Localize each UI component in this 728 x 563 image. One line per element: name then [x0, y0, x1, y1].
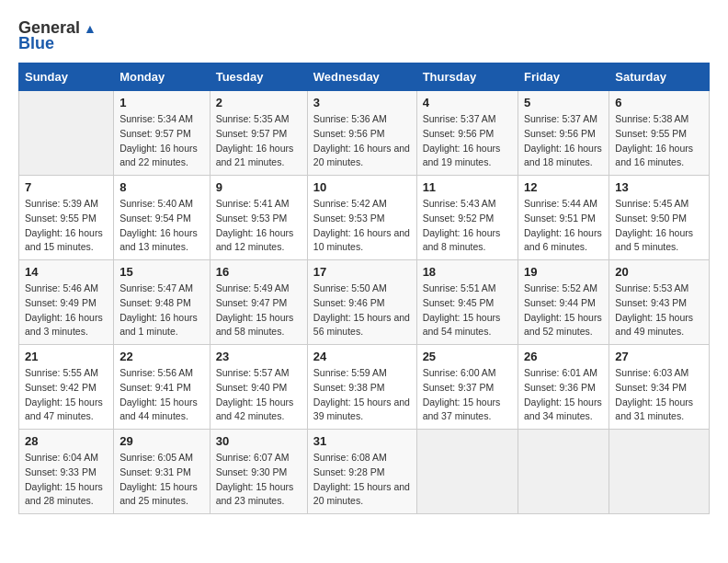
day-info: Sunrise: 5:47 AMSunset: 9:48 PMDaylight:… — [119, 282, 204, 339]
day-info: Sunrise: 5:35 AMSunset: 9:57 PMDaylight:… — [216, 112, 301, 170]
day-number: 19 — [524, 265, 603, 279]
day-number: 7 — [25, 180, 108, 194]
logo-icon: ▲ — [84, 21, 97, 36]
col-header-thursday: Thursday — [416, 63, 518, 91]
day-cell: 20Sunrise: 5:53 AMSunset: 9:43 PMDayligh… — [609, 260, 710, 345]
day-info: Sunrise: 5:37 AMSunset: 9:56 PMDaylight:… — [423, 112, 512, 170]
day-cell: 14Sunrise: 5:46 AMSunset: 9:49 PMDayligh… — [19, 260, 114, 345]
col-header-sunday: Sunday — [19, 63, 114, 91]
day-info: Sunrise: 5:46 AMSunset: 9:49 PMDaylight:… — [25, 282, 108, 339]
day-number: 27 — [615, 350, 703, 363]
day-info: Sunrise: 5:38 AMSunset: 9:55 PMDaylight:… — [615, 112, 703, 170]
day-cell: 22Sunrise: 5:56 AMSunset: 9:41 PMDayligh… — [114, 345, 210, 430]
header-row: SundayMondayTuesdayWednesdayThursdayFrid… — [19, 63, 710, 91]
week-row-3: 14Sunrise: 5:46 AMSunset: 9:49 PMDayligh… — [19, 260, 710, 345]
day-number: 28 — [25, 434, 108, 448]
day-cell: 8Sunrise: 5:40 AMSunset: 9:54 PMDaylight… — [114, 176, 210, 260]
day-info: Sunrise: 5:55 AMSunset: 9:42 PMDaylight:… — [25, 366, 108, 424]
day-cell — [609, 430, 710, 514]
day-info: Sunrise: 6:04 AMSunset: 9:33 PMDaylight:… — [25, 451, 108, 509]
week-row-4: 21Sunrise: 5:55 AMSunset: 9:42 PMDayligh… — [19, 345, 710, 430]
day-info: Sunrise: 5:49 AMSunset: 9:47 PMDaylight:… — [216, 282, 301, 339]
day-cell: 4Sunrise: 5:37 AMSunset: 9:56 PMDaylight… — [416, 91, 518, 176]
day-info: Sunrise: 5:53 AMSunset: 9:43 PMDaylight:… — [615, 282, 703, 339]
day-number: 12 — [524, 180, 603, 194]
day-cell: 1Sunrise: 5:34 AMSunset: 9:57 PMDaylight… — [114, 91, 210, 176]
day-cell: 18Sunrise: 5:51 AMSunset: 9:45 PMDayligh… — [416, 260, 518, 345]
day-info: Sunrise: 6:03 AMSunset: 9:34 PMDaylight:… — [615, 366, 703, 424]
day-number: 30 — [216, 434, 301, 448]
day-number: 20 — [615, 265, 703, 279]
day-info: Sunrise: 5:50 AMSunset: 9:46 PMDaylight:… — [313, 282, 411, 339]
day-number: 6 — [615, 96, 703, 109]
day-number: 29 — [119, 434, 204, 448]
day-cell: 27Sunrise: 6:03 AMSunset: 9:34 PMDayligh… — [609, 345, 710, 430]
day-number: 10 — [313, 180, 411, 194]
day-cell: 25Sunrise: 6:00 AMSunset: 9:37 PMDayligh… — [416, 345, 518, 430]
day-info: Sunrise: 5:52 AMSunset: 9:44 PMDaylight:… — [524, 282, 603, 339]
day-number: 8 — [119, 180, 204, 194]
day-info: Sunrise: 5:59 AMSunset: 9:38 PMDaylight:… — [313, 366, 411, 424]
day-cell: 31Sunrise: 6:08 AMSunset: 9:28 PMDayligh… — [307, 430, 416, 514]
day-info: Sunrise: 5:40 AMSunset: 9:54 PMDaylight:… — [119, 197, 204, 255]
week-row-1: 1Sunrise: 5:34 AMSunset: 9:57 PMDaylight… — [19, 91, 710, 176]
day-cell: 19Sunrise: 5:52 AMSunset: 9:44 PMDayligh… — [518, 260, 609, 345]
day-cell: 3Sunrise: 5:36 AMSunset: 9:56 PMDaylight… — [307, 91, 416, 176]
day-info: Sunrise: 5:39 AMSunset: 9:55 PMDaylight:… — [25, 197, 108, 255]
day-info: Sunrise: 5:45 AMSunset: 9:50 PMDaylight:… — [615, 197, 703, 255]
day-number: 4 — [423, 96, 512, 109]
day-info: Sunrise: 6:01 AMSunset: 9:36 PMDaylight:… — [524, 366, 603, 424]
day-info: Sunrise: 5:51 AMSunset: 9:45 PMDaylight:… — [423, 282, 512, 339]
week-row-2: 7Sunrise: 5:39 AMSunset: 9:55 PMDaylight… — [19, 176, 710, 260]
day-cell — [416, 430, 518, 514]
day-cell — [518, 430, 609, 514]
day-info: Sunrise: 6:05 AMSunset: 9:31 PMDaylight:… — [119, 451, 204, 509]
day-info: Sunrise: 6:00 AMSunset: 9:37 PMDaylight:… — [423, 366, 512, 424]
day-info: Sunrise: 5:56 AMSunset: 9:41 PMDaylight:… — [119, 366, 204, 424]
day-number: 17 — [313, 265, 411, 279]
day-number: 14 — [25, 265, 108, 279]
logo-blue: Blue — [18, 34, 54, 53]
day-info: Sunrise: 5:36 AMSunset: 9:56 PMDaylight:… — [313, 112, 411, 170]
day-number: 18 — [423, 265, 512, 279]
day-number: 25 — [423, 350, 512, 363]
day-info: Sunrise: 5:37 AMSunset: 9:56 PMDaylight:… — [524, 112, 603, 170]
day-cell: 2Sunrise: 5:35 AMSunset: 9:57 PMDaylight… — [210, 91, 307, 176]
week-row-5: 28Sunrise: 6:04 AMSunset: 9:33 PMDayligh… — [19, 430, 710, 514]
day-number: 3 — [313, 96, 411, 109]
day-cell: 24Sunrise: 5:59 AMSunset: 9:38 PMDayligh… — [307, 345, 416, 430]
day-info: Sunrise: 5:43 AMSunset: 9:52 PMDaylight:… — [423, 197, 512, 255]
day-number: 31 — [313, 434, 411, 448]
day-cell: 7Sunrise: 5:39 AMSunset: 9:55 PMDaylight… — [19, 176, 114, 260]
day-info: Sunrise: 5:34 AMSunset: 9:57 PMDaylight:… — [119, 112, 204, 170]
day-info: Sunrise: 5:57 AMSunset: 9:40 PMDaylight:… — [216, 366, 301, 424]
col-header-saturday: Saturday — [609, 63, 710, 91]
day-number: 11 — [423, 180, 512, 194]
day-cell: 6Sunrise: 5:38 AMSunset: 9:55 PMDaylight… — [609, 91, 710, 176]
day-cell: 11Sunrise: 5:43 AMSunset: 9:52 PMDayligh… — [416, 176, 518, 260]
day-number: 16 — [216, 265, 301, 279]
day-number: 23 — [216, 350, 301, 363]
day-number: 1 — [119, 96, 204, 109]
day-number: 22 — [119, 350, 204, 363]
day-cell: 17Sunrise: 5:50 AMSunset: 9:46 PMDayligh… — [307, 260, 416, 345]
day-info: Sunrise: 5:44 AMSunset: 9:51 PMDaylight:… — [524, 197, 603, 255]
day-cell: 26Sunrise: 6:01 AMSunset: 9:36 PMDayligh… — [518, 345, 609, 430]
col-header-wednesday: Wednesday — [307, 63, 416, 91]
day-number: 21 — [25, 350, 108, 363]
day-info: Sunrise: 6:07 AMSunset: 9:30 PMDaylight:… — [216, 451, 301, 509]
day-cell: 28Sunrise: 6:04 AMSunset: 9:33 PMDayligh… — [19, 430, 114, 514]
day-info: Sunrise: 5:41 AMSunset: 9:53 PMDaylight:… — [216, 197, 301, 255]
day-cell: 29Sunrise: 6:05 AMSunset: 9:31 PMDayligh… — [114, 430, 210, 514]
calendar-table: SundayMondayTuesdayWednesdayThursdayFrid… — [18, 63, 710, 514]
day-cell: 15Sunrise: 5:47 AMSunset: 9:48 PMDayligh… — [114, 260, 210, 345]
day-cell: 30Sunrise: 6:07 AMSunset: 9:30 PMDayligh… — [210, 430, 307, 514]
day-number: 26 — [524, 350, 603, 363]
col-header-monday: Monday — [114, 63, 210, 91]
day-cell — [19, 91, 114, 176]
col-header-friday: Friday — [518, 63, 609, 91]
col-header-tuesday: Tuesday — [210, 63, 307, 91]
day-number: 15 — [119, 265, 204, 279]
day-number: 9 — [216, 180, 301, 194]
day-cell: 13Sunrise: 5:45 AMSunset: 9:50 PMDayligh… — [609, 176, 710, 260]
